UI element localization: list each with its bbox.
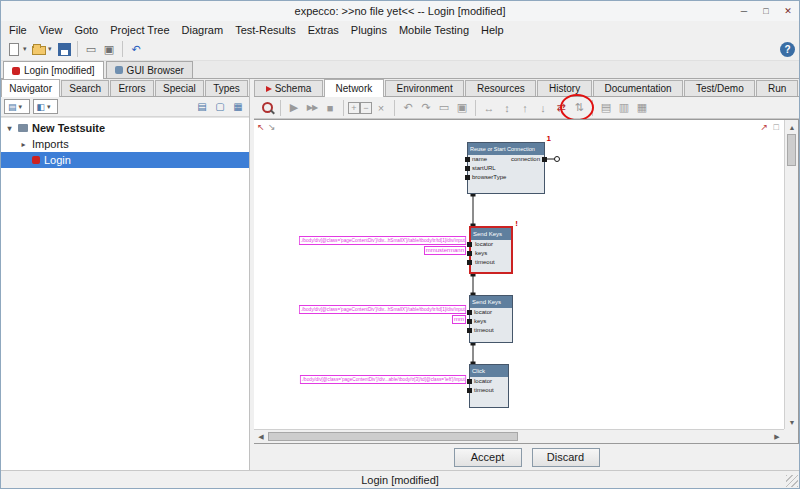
align-vertical-icon[interactable]: ↕ (498, 99, 516, 117)
menu-test-results[interactable]: Test-Results (229, 23, 302, 37)
tree-item-imports[interactable]: ▸ Imports (1, 136, 249, 152)
open-file-icon[interactable] (30, 40, 48, 58)
stop-icon[interactable]: ■ (321, 99, 339, 117)
input-pin[interactable] (467, 319, 472, 324)
help-icon[interactable]: ? (780, 42, 795, 57)
input-pin[interactable] (467, 328, 472, 333)
layout-right-icon[interactable]: ▦ (633, 99, 651, 117)
tab-navigator[interactable]: Navigator (1, 79, 60, 97)
tab-environment[interactable]: Environment (385, 80, 464, 96)
expander-closed-icon[interactable]: ▸ (19, 140, 28, 149)
menu-view[interactable]: View (33, 23, 69, 37)
vertical-scrollbar[interactable]: ▲ ▼ (784, 120, 798, 429)
add-pin-icon[interactable]: + (348, 102, 360, 114)
xpath-value[interactable]: ./body/div[@class='pageContentDiv']/div.… (299, 236, 466, 245)
tab-types[interactable]: Types (205, 80, 248, 96)
input-pin[interactable] (465, 166, 470, 171)
move-down-icon[interactable]: ↓ (534, 99, 552, 117)
menu-diagram[interactable]: Diagram (176, 23, 230, 37)
vertical-scroll-thumb[interactable] (787, 134, 796, 166)
value-label-group[interactable]: ./body/div[@class='pageContentDiv']/div.… (256, 375, 466, 384)
menu-goto[interactable]: Goto (68, 23, 104, 37)
layout-vertical-icon[interactable]: ▢ (212, 99, 228, 115)
value-label-group[interactable]: ./body/div[@class='pageContentDiv']/div.… (256, 305, 466, 324)
input-pin[interactable] (467, 251, 472, 256)
move-up-icon[interactable]: ↑ (516, 99, 534, 117)
find-icon[interactable] (258, 99, 276, 117)
tab-login[interactable]: Login [modified] (3, 61, 104, 79)
menu-plugins[interactable]: Plugins (345, 23, 393, 37)
input-pin[interactable] (467, 379, 472, 384)
xpath-value[interactable]: ./body/div[@class='pageContentDiv']/div.… (299, 305, 466, 314)
delete-step-icon[interactable]: × (372, 99, 390, 117)
tab-errors[interactable]: Errors (110, 80, 154, 96)
input-pin[interactable] (465, 157, 470, 162)
menu-extras[interactable]: Extras (302, 23, 345, 37)
tree-item-new-testsuite[interactable]: ▾ New Testsuite (1, 120, 249, 136)
tab-run[interactable]: Run (756, 80, 798, 96)
network-canvas[interactable]: ↖ ↘ ↗ □ (254, 119, 799, 444)
tab-documentation[interactable]: Documentation (593, 80, 684, 96)
node-reuse-or-start-connection[interactable]: Reuse or Start Connection name connectio… (467, 142, 545, 194)
save-icon[interactable] (55, 40, 73, 58)
node-send-keys-2[interactable]: Send Keys locator keys timeout (469, 295, 513, 343)
keys-value[interactable]: mm (452, 315, 466, 324)
tab-special[interactable]: Special (155, 80, 204, 96)
close-button[interactable]: ✕ (777, 3, 799, 19)
tab-schema[interactable]: Schema (254, 80, 323, 96)
tab-network[interactable]: Network (324, 79, 384, 97)
keys-value[interactable]: mmustermann (424, 246, 466, 255)
run-all-icon[interactable]: ▶▶ (303, 99, 321, 117)
tab-test-demo[interactable]: Test/Demo (684, 80, 755, 96)
menu-project-tree[interactable]: Project Tree (104, 23, 175, 37)
xpath-value[interactable]: ./body/div[@class='pageContentDiv']/div.… (300, 375, 466, 384)
undo-icon[interactable]: ↶ (127, 40, 145, 58)
run-icon[interactable]: ▶ (285, 99, 303, 117)
split-connection-icon[interactable]: ⇅ (570, 99, 588, 117)
output-pin[interactable] (542, 157, 547, 162)
tab-gui-browser[interactable]: GUI Browser (106, 61, 193, 78)
fit-view-icon[interactable]: □ (774, 122, 779, 132)
scroll-right-icon[interactable]: ▶ (770, 430, 784, 444)
align-horizontal-icon[interactable]: ↔ (480, 99, 498, 117)
horizontal-scroll-thumb[interactable] (268, 432, 518, 441)
new-document-dropdown-icon[interactable]: ▾ (23, 45, 30, 53)
layout-grid-icon[interactable]: ▦ (230, 99, 246, 115)
menu-mobile-testing[interactable]: Mobile Testing (393, 23, 475, 37)
accept-button[interactable]: Accept (454, 448, 522, 467)
layout-left-icon[interactable]: ▤ (597, 99, 615, 117)
scroll-end-icon[interactable]: ↘ (268, 122, 276, 132)
paste-step-icon[interactable]: ▣ (453, 99, 471, 117)
discard-button[interactable]: Discard (532, 448, 600, 467)
scroll-up-icon[interactable]: ▲ (785, 120, 799, 134)
paste-icon[interactable]: ▣ (100, 40, 118, 58)
view-mode-combo[interactable]: ▤ ▾ (4, 99, 30, 114)
horizontal-scrollbar[interactable]: ◀ ▶ (254, 429, 784, 443)
input-pin[interactable] (465, 175, 470, 180)
input-pin[interactable] (467, 310, 472, 315)
tab-history[interactable]: History (537, 80, 591, 96)
scroll-left-icon[interactable]: ◀ (254, 430, 268, 444)
value-label-group[interactable]: ./body/div[@class='pageContentDiv']/div.… (256, 236, 466, 255)
maximize-button[interactable]: □ (755, 3, 777, 19)
scroll-down-icon[interactable]: ▼ (785, 415, 799, 429)
resize-grip[interactable] (786, 475, 798, 487)
tree-item-login[interactable]: Login (1, 152, 249, 168)
scroll-origin-icon[interactable]: ↖ (257, 122, 265, 132)
expander-open-icon[interactable]: ▾ (5, 124, 14, 133)
minimize-button[interactable]: ─ (733, 3, 755, 19)
menu-help[interactable]: Help (475, 23, 510, 37)
remove-pin-icon[interactable]: − (360, 102, 372, 114)
swap-connection-icon[interactable]: ⇄ (552, 99, 570, 117)
redo-step-icon[interactable]: ↷ (417, 99, 435, 117)
undo-step-icon[interactable]: ↶ (399, 99, 417, 117)
input-pin[interactable] (467, 388, 472, 393)
new-document-icon[interactable] (5, 40, 23, 58)
filter-combo[interactable]: ◧ ▾ (33, 99, 59, 114)
input-pin[interactable] (467, 242, 472, 247)
tab-search[interactable]: Search (61, 80, 109, 96)
copy-icon[interactable]: ▭ (82, 40, 100, 58)
layout-center-icon[interactable]: ▥ (615, 99, 633, 117)
node-click[interactable]: Click locator timeout (469, 364, 509, 408)
menu-file[interactable]: File (3, 23, 33, 37)
